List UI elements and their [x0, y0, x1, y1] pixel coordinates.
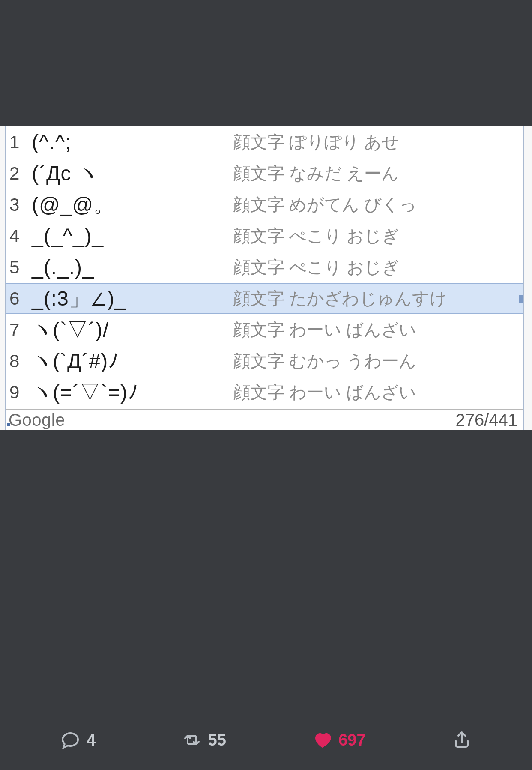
ime-status-bar: Google 276/441 — [6, 409, 523, 430]
like-button[interactable]: 697 — [312, 730, 365, 750]
ime-candidate-description: 顔文字 なみだ えーん — [233, 162, 523, 185]
ime-candidate-description: 顔文字 めがてん びくっ — [233, 193, 523, 216]
ime-candidate-number: 9 — [6, 382, 32, 403]
reply-button[interactable]: 4 — [60, 730, 96, 750]
ime-candidate-number: 8 — [6, 351, 32, 372]
ime-candidate-row[interactable]: 6_(:3」∠)_顔文字 たかざわじゅんすけ — [6, 283, 523, 314]
ime-candidate-description: 顔文字 ぽりぽり あせ — [233, 130, 523, 154]
retweet-button[interactable]: 55 — [182, 730, 226, 750]
ime-candidate-row[interactable]: 1(^.^;顔文字 ぽりぽり あせ — [6, 126, 523, 158]
reply-count: 4 — [87, 731, 96, 749]
ime-candidate-row[interactable]: 7ヽ(`▽´)/顔文字 わーい ばんざい — [6, 314, 523, 345]
ime-candidate-description: 顔文字 たかざわじゅんすけ — [233, 287, 523, 310]
ime-candidate-text: ヽ(`▽´)/ — [32, 316, 233, 344]
ime-candidate-number: 2 — [6, 163, 32, 184]
ime-candidate-text: _(_^_)_ — [32, 224, 233, 248]
ime-candidate-description: 顔文字 わーい ばんざい — [233, 381, 523, 404]
ime-counter: 276/441 — [455, 410, 517, 430]
ime-candidate-description: 顔文字 ぺこり おじぎ — [233, 224, 523, 248]
ime-provider-label: Google — [9, 410, 65, 430]
status-dot — [7, 423, 10, 426]
ime-candidate-number: 5 — [6, 257, 32, 278]
ime-candidate-row[interactable]: 2(´Дc ヽ顔文字 なみだ えーん — [6, 158, 523, 189]
ime-candidate-number: 7 — [6, 320, 32, 340]
ime-candidate-text: (´Дc ヽ — [32, 160, 233, 187]
ime-candidate-text: (@_@。 — [32, 191, 233, 219]
like-count: 697 — [338, 731, 365, 749]
heart-icon — [312, 730, 332, 750]
selection-handle-icon — [519, 295, 523, 303]
ime-candidate-description: 顔文字 わーい ばんざい — [233, 318, 523, 342]
ime-candidate-text: ヽ(`Д´#)ﾉ — [32, 348, 233, 375]
tweet-action-bar: 4 55 697 — [0, 719, 532, 770]
ime-candidate-row[interactable]: 8ヽ(`Д´#)ﾉ顔文字 むかっ うわーん — [6, 345, 523, 377]
ime-candidate-text: (^.^; — [32, 130, 233, 154]
ime-candidate-description: 顔文字 むかっ うわーん — [233, 349, 523, 373]
reply-icon — [60, 730, 81, 750]
share-button[interactable] — [451, 730, 472, 750]
ime-candidate-row[interactable]: 9ヽ(=´▽`=)ﾉ顔文字 わーい ばんざい — [6, 377, 523, 408]
ime-candidate-text: _(._.)_ — [32, 255, 233, 279]
ime-candidate-description: 顔文字 ぺこり おじぎ — [233, 255, 523, 279]
ime-candidate-panel: 1(^.^;顔文字 ぽりぽり あせ2(´Дc ヽ顔文字 なみだ えーん3(@_@… — [5, 126, 524, 430]
ime-candidate-number: 1 — [6, 132, 32, 153]
ime-candidate-number: 3 — [6, 195, 32, 215]
retweet-icon — [182, 730, 202, 750]
ime-candidate-text: ヽ(=´▽`=)ﾉ — [32, 379, 233, 406]
ime-candidate-row[interactable]: 5_(._.)_顔文字 ぺこり おじぎ — [6, 252, 523, 283]
ime-candidate-number: 4 — [6, 226, 32, 246]
ime-candidate-row[interactable]: 4_(_^_)_顔文字 ぺこり おじぎ — [6, 220, 523, 252]
ime-candidate-row[interactable]: 3(@_@。顔文字 めがてん びくっ — [6, 189, 523, 220]
share-icon — [451, 730, 472, 750]
retweet-count: 55 — [208, 731, 226, 749]
tweet-image[interactable]: 1(^.^;顔文字 ぽりぽり あせ2(´Дc ヽ顔文字 なみだ えーん3(@_@… — [0, 126, 532, 430]
ime-candidate-number: 6 — [6, 288, 32, 309]
ime-candidate-text: _(:3」∠)_ — [32, 285, 233, 312]
